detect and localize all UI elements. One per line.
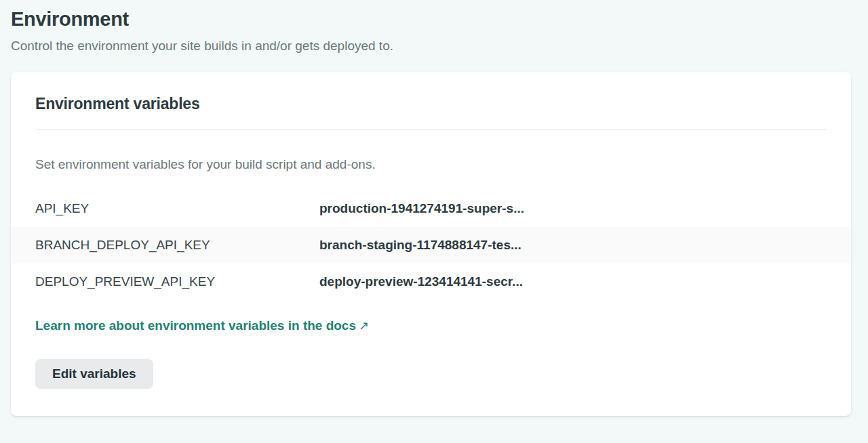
env-var-value: deploy-preview-123414141-secr... [319, 274, 523, 289]
env-var-value: production-1941274191-super-s... [319, 201, 524, 216]
page-title: Environment [11, 8, 857, 30]
env-var-key: BRANCH_DEPLOY_API_KEY [35, 238, 319, 253]
env-var-key: DEPLOY_PREVIEW_API_KEY [35, 274, 319, 289]
external-link-arrow-icon: ↗ [359, 319, 369, 333]
card-title: Environment variables [11, 95, 851, 113]
button-row: Edit variables [11, 359, 851, 389]
docs-link-wrap: Learn more about environment variables i… [11, 318, 851, 333]
environment-settings-page: Environment Control the environment your… [0, 0, 868, 443]
env-var-value: branch-staging-1174888147-tes... [319, 238, 521, 253]
card-divider [35, 129, 827, 130]
docs-link-label: Learn more about environment variables i… [35, 318, 356, 333]
env-vars-docs-link[interactable]: Learn more about environment variables i… [35, 318, 369, 333]
env-var-key: API_KEY [35, 201, 319, 216]
env-var-row: API_KEY production-1941274191-super-s... [11, 190, 851, 227]
page-subtitle: Control the environment your site builds… [11, 39, 857, 54]
edit-variables-button[interactable]: Edit variables [35, 359, 153, 389]
env-var-row: BRANCH_DEPLOY_API_KEY branch-staging-117… [11, 227, 851, 263]
env-var-table: API_KEY production-1941274191-super-s...… [11, 190, 851, 300]
env-var-row: DEPLOY_PREVIEW_API_KEY deploy-preview-12… [11, 263, 851, 300]
environment-variables-card: Environment variables Set environment va… [11, 72, 851, 416]
card-description: Set environment variables for your build… [11, 157, 851, 172]
